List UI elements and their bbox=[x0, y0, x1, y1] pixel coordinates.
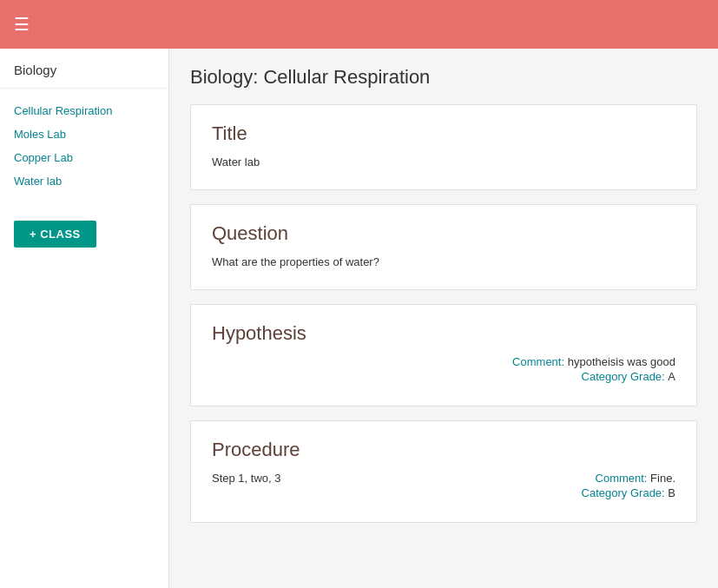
card-body-text: Step 1, two, 3 bbox=[212, 472, 281, 485]
comment-text: Fine. bbox=[650, 472, 675, 485]
grade-line: Category Grade: A bbox=[512, 370, 675, 383]
cards-container: TitleWater labQuestionWhat are the prope… bbox=[190, 104, 697, 523]
sidebar-class-title: Biology bbox=[0, 49, 168, 89]
grade-label: Category Grade: bbox=[582, 486, 669, 499]
comment-text: hypotheisis was good bbox=[568, 355, 675, 368]
card: TitleWater lab bbox=[190, 104, 697, 190]
comment-label: Comment: bbox=[512, 355, 568, 368]
comment-label: Comment: bbox=[596, 472, 651, 485]
card-content-row: Comment: hypotheisis was goodCategory Gr… bbox=[212, 355, 675, 385]
menu-icon[interactable]: ☰ bbox=[14, 16, 30, 33]
sidebar-nav-item[interactable]: Moles Lab bbox=[0, 122, 168, 146]
card-body-text: Water lab bbox=[212, 155, 675, 168]
comment-line: Comment: hypotheisis was good bbox=[512, 355, 675, 368]
grade-text: B bbox=[668, 486, 675, 499]
sidebar-nav-item[interactable]: Cellular Respiration bbox=[0, 99, 168, 122]
sidebar-nav: Cellular RespirationMoles LabCopper LabW… bbox=[0, 89, 168, 207]
card-header: Question bbox=[212, 222, 675, 245]
add-class-button[interactable]: + CLASS bbox=[14, 221, 96, 248]
sidebar-nav-item[interactable]: Copper Lab bbox=[0, 146, 168, 169]
grade-label: Category Grade: bbox=[582, 370, 669, 383]
card-header: Title bbox=[212, 122, 675, 145]
grade-line: Category Grade: B bbox=[582, 486, 675, 499]
grade-text: A bbox=[668, 370, 675, 383]
main-content: Biology: Cellular Respiration TitleWater… bbox=[169, 49, 718, 588]
card-content-row: Step 1, two, 3Comment: Fine.Category Gra… bbox=[212, 472, 675, 501]
sidebar: Biology Cellular RespirationMoles LabCop… bbox=[0, 49, 169, 588]
app-header: ☰ bbox=[0, 0, 718, 49]
card: QuestionWhat are the properties of water… bbox=[190, 204, 697, 290]
card: ProcedureStep 1, two, 3Comment: Fine.Cat… bbox=[190, 420, 697, 523]
card-comment-block: Comment: Fine.Category Grade: B bbox=[582, 472, 675, 501]
card-header: Procedure bbox=[212, 439, 675, 461]
comment-line: Comment: Fine. bbox=[582, 472, 675, 485]
sidebar-nav-item[interactable]: Water lab bbox=[0, 169, 168, 193]
page-title: Biology: Cellular Respiration bbox=[190, 66, 697, 89]
card-header: Hypothesis bbox=[212, 322, 675, 345]
card-body-text: What are the properties of water? bbox=[212, 255, 675, 268]
card-comment-block: Comment: hypotheisis was goodCategory Gr… bbox=[512, 355, 675, 385]
card: HypothesisComment: hypotheisis was goodC… bbox=[190, 304, 697, 406]
